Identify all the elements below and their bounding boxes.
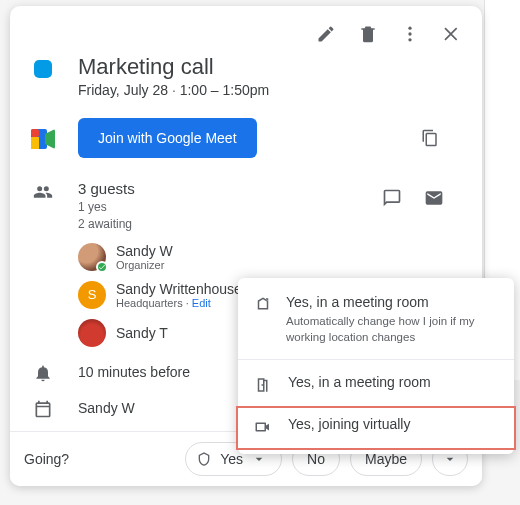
edit-button[interactable] xyxy=(308,16,344,52)
meet-icon-col xyxy=(28,127,58,149)
edit-location-link[interactable]: Edit xyxy=(192,297,211,309)
chat-icon xyxy=(382,188,402,208)
guests-icon-col xyxy=(28,180,58,202)
email-guests-button[interactable] xyxy=(416,180,452,216)
event-title: Marketing call xyxy=(78,54,462,80)
rsvp-yes-badge xyxy=(96,261,108,273)
color-chip-col xyxy=(28,52,58,78)
meeting-room-icon xyxy=(254,374,274,398)
guest-name: Sandy W xyxy=(116,243,173,259)
rsvp-option-auto-room[interactable]: Yes, in a meeting room Automatically cha… xyxy=(238,286,514,353)
popup-opt1-sub: Automatically change how I join if my wo… xyxy=(286,314,498,345)
copy-icon xyxy=(421,129,439,147)
guest-name: Sandy T xyxy=(116,325,168,341)
avatar xyxy=(78,243,106,271)
avatar xyxy=(78,319,106,347)
event-time: 1:00 – 1:50pm xyxy=(180,82,270,98)
going-label: Going? xyxy=(24,451,69,467)
svg-point-0 xyxy=(408,27,411,30)
options-button[interactable] xyxy=(392,16,428,52)
mail-icon xyxy=(424,188,444,208)
guest-count: 3 guests xyxy=(78,180,374,197)
copy-meet-link-button[interactable] xyxy=(412,120,448,156)
people-icon xyxy=(33,182,53,202)
svg-point-1 xyxy=(408,32,411,35)
videocam-icon xyxy=(254,416,274,440)
guest-role: Organizer xyxy=(116,259,173,271)
calendar-icon xyxy=(33,399,53,419)
datetime-separator xyxy=(168,82,180,98)
event-color-chip xyxy=(34,60,52,78)
guest-yes-count: 1 yes xyxy=(78,199,374,216)
pencil-icon xyxy=(316,24,336,44)
popup-divider xyxy=(238,359,514,360)
title-row: Marketing call Friday, July 281:00 – 1:5… xyxy=(10,52,482,98)
chat-guests-button[interactable] xyxy=(374,180,410,216)
close-button[interactable] xyxy=(434,16,470,52)
rsvp-options-popup: Yes, in a meeting room Automatically cha… xyxy=(238,278,514,454)
svg-point-2 xyxy=(408,38,411,41)
close-icon xyxy=(442,24,462,44)
rsvp-option-virtual[interactable]: Yes, joining virtually xyxy=(236,406,516,450)
event-date: Friday, July 28 xyxy=(78,82,168,98)
popup-opt1-label: Yes, in a meeting room xyxy=(286,294,498,310)
guest-status: 1 yes 2 awaiting xyxy=(78,199,374,233)
calendar-icon-col xyxy=(28,397,58,419)
more-vert-icon xyxy=(400,24,420,44)
rsvp-option-meeting-room[interactable]: Yes, in a meeting room xyxy=(238,366,514,406)
bell-icon xyxy=(33,363,53,383)
delete-button[interactable] xyxy=(350,16,386,52)
popup-opt2-label: Yes, in a meeting room xyxy=(288,374,431,390)
meet-row: Join with Google Meet xyxy=(10,118,482,158)
event-toolbar xyxy=(10,6,482,52)
event-datetime: Friday, July 281:00 – 1:50pm xyxy=(78,82,462,98)
join-meet-button[interactable]: Join with Google Meet xyxy=(78,118,257,158)
trash-icon xyxy=(358,24,378,44)
guest-awaiting-count: 2 awaiting xyxy=(78,216,374,233)
guest-name: Sandy Writtenhouse xyxy=(116,281,242,297)
google-meet-icon xyxy=(31,129,55,149)
popup-opt3-label: Yes, joining virtually xyxy=(288,416,410,432)
guest-location: Headquarters · Edit xyxy=(116,297,242,309)
guest-item[interactable]: Sandy W Organizer xyxy=(78,243,374,271)
reminder-icon-col xyxy=(28,361,58,383)
rsvp-yes-label: Yes xyxy=(220,451,243,467)
location-auto-icon xyxy=(254,294,272,318)
avatar: S xyxy=(78,281,106,309)
location-auto-icon xyxy=(196,451,212,467)
